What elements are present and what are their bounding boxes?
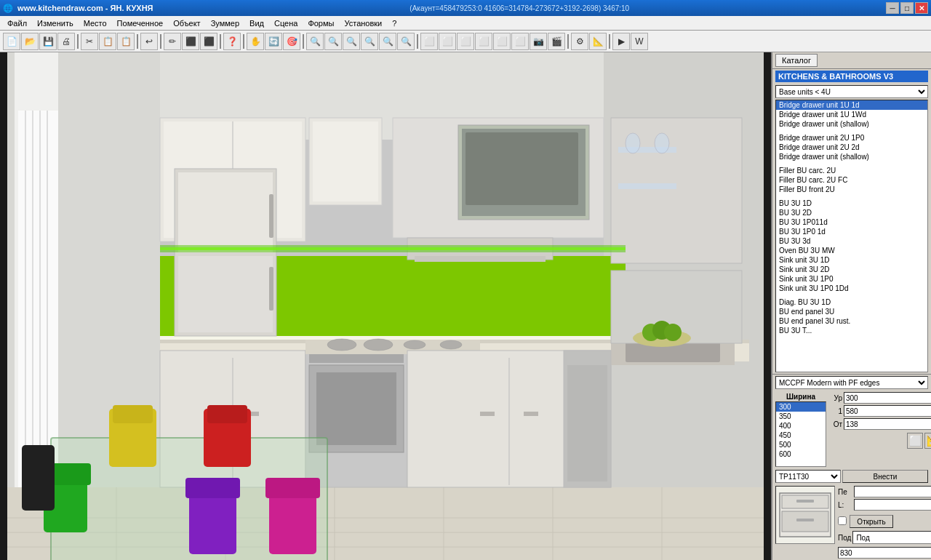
list-item[interactable]: Bridge drawer unit (shallow)	[776, 119, 927, 129]
list-item[interactable]: BU 3U T...	[776, 326, 927, 335]
toolbar-button[interactable]: ▶	[612, 33, 630, 50]
list-item[interactable]: Filler BU carc. 2U	[776, 166, 927, 175]
minimize-button[interactable]: ─	[886, 2, 899, 14]
toolbar-button[interactable]: ❓	[223, 33, 241, 50]
list-item[interactable]: Sink unit 3U 1D	[776, 255, 927, 265]
list-item[interactable]: BU 3U 3d	[776, 236, 927, 246]
toolbar-button[interactable]: ⬜	[420, 33, 438, 50]
list-item[interactable]: Oven BU 3U MW	[776, 246, 927, 255]
open-checkbox[interactable]	[838, 516, 847, 525]
icon-btn-2[interactable]: 📐	[924, 433, 931, 449]
toolbar-button[interactable]: ⬜	[457, 33, 474, 50]
style-select[interactable]: МССРF Modern with PF edges	[775, 376, 928, 389]
list-item[interactable]: Filler BU front 2U	[776, 185, 927, 194]
list-item[interactable]: BU 3U 1P011d	[776, 217, 927, 227]
list-item[interactable]: BU 3U 2D	[776, 208, 927, 217]
toolbar-button[interactable]: 📋	[117, 33, 135, 50]
toolbar-button[interactable]: ⬜	[511, 33, 529, 50]
list-item[interactable]: Bridge drawer unit 1U 1Wd	[776, 110, 927, 119]
catalog-tab[interactable]: Каталог	[775, 54, 818, 67]
menu-item-файл[interactable]: Файл	[3, 17, 31, 29]
model-select[interactable]: TP11T30	[775, 470, 841, 483]
i-input[interactable]	[844, 405, 931, 417]
list-item[interactable]: Bridge drawer unit 1U 1d	[776, 100, 927, 110]
menu-item-место[interactable]: Место	[79, 17, 111, 29]
toolbar-button[interactable]: 📂	[21, 33, 39, 50]
width-item[interactable]: 400	[776, 421, 826, 431]
toolbar-button[interactable]: ⬜	[475, 33, 492, 50]
yr-label: Ур	[828, 394, 842, 402]
toolbar-button[interactable]: ⚙	[571, 33, 588, 50]
list-item[interactable]: Sink unit 3U 1P0	[776, 274, 927, 284]
list-item[interactable]: BU 3U 1P0 1d	[776, 227, 927, 236]
close-button[interactable]: ✕	[915, 2, 928, 14]
menu-item-установки[interactable]: Установки	[340, 17, 386, 29]
toolbar-button[interactable]: 🔄	[265, 33, 282, 50]
toolbar-button[interactable]: 📐	[589, 33, 607, 50]
toolbar-button[interactable]: ⬛	[182, 33, 199, 50]
toolbar-button[interactable]: 🎬	[548, 33, 565, 50]
toolbar-button[interactable]: ↩	[140, 33, 158, 50]
width-item[interactable]: 300	[776, 402, 826, 412]
menu-item-формы[interactable]: Формы	[303, 17, 338, 29]
list-item[interactable]: Bridge drawer unit 2U 2d	[776, 143, 927, 152]
width-item[interactable]: 350	[776, 412, 826, 421]
menu-item-зуммер[interactable]: Зуммер	[207, 17, 244, 29]
toolbar-button[interactable]: 🎯	[283, 33, 300, 50]
toolbar-button[interactable]: W	[631, 33, 648, 50]
toolbar-button[interactable]: ✂	[81, 33, 98, 50]
toolbar-button[interactable]: 🔍	[306, 33, 324, 50]
bottom-val-input[interactable]	[838, 547, 931, 559]
kitchen-scene	[0, 52, 771, 560]
list-item[interactable]: Bridge drawer unit (shallow)	[776, 152, 927, 161]
toolbar-button[interactable]: 💾	[39, 33, 57, 50]
svg-rect-77	[113, 405, 153, 423]
maximize-button[interactable]: □	[900, 2, 914, 14]
width-item[interactable]: 450	[776, 431, 826, 440]
p-input[interactable]	[854, 486, 931, 497]
list-item[interactable]: Bridge drawer unit 2U 1P0	[776, 133, 927, 143]
toolbar-button[interactable]: ✋	[247, 33, 264, 50]
width-item[interactable]: 500	[776, 440, 826, 449]
toolbar-button[interactable]: 📄	[3, 33, 20, 50]
menu-item-вид[interactable]: Вид	[245, 17, 268, 29]
list-item[interactable]: Diag. BU 3U 1D	[776, 297, 927, 307]
toolbar-button[interactable]: 📋	[99, 33, 116, 50]
insert-button[interactable]: Внести	[842, 470, 928, 483]
list-item[interactable]: BU 3U 1D	[776, 199, 927, 208]
l-input[interactable]	[854, 499, 931, 511]
list-item[interactable]: BU end panel 3U rust.	[776, 316, 927, 326]
filter-select[interactable]: Base units < 4U	[775, 85, 928, 98]
toolbar-button[interactable]: ⬜	[439, 33, 456, 50]
ot-input[interactable]	[844, 418, 931, 430]
list-item[interactable]: Sink unit 3U 2D	[776, 265, 927, 274]
menu-item-сцена[interactable]: Сцена	[270, 17, 302, 29]
menu-item-изменить[interactable]: Изменить	[33, 17, 78, 29]
pod-select[interactable]: Под	[852, 531, 931, 544]
menu-item-?[interactable]: ?	[388, 17, 401, 29]
list-item[interactable]: BU end panel 3U	[776, 307, 927, 316]
item-list[interactable]: Bridge drawer unit 1U 1dBridge drawer un…	[775, 100, 928, 372]
toolbar-button[interactable]: 🔍	[343, 33, 360, 50]
list-item[interactable]: Filler BU carc. 2U FC	[776, 175, 927, 185]
width-item[interactable]: 600	[776, 449, 826, 459]
toolbar-button[interactable]: ⬛	[200, 33, 217, 50]
toolbar-button[interactable]: 🔍	[397, 33, 415, 50]
list-item[interactable]: Sink unit 3U 1P0 1Dd	[776, 284, 927, 293]
toolbar-button[interactable]: ✏	[164, 33, 181, 50]
open-button[interactable]: Открыть	[850, 515, 893, 528]
toolbar-button[interactable]: 🔍	[361, 33, 378, 50]
toolbar-button[interactable]: 🔍	[324, 33, 342, 50]
toolbar-button[interactable]: 📷	[530, 33, 547, 50]
svg-rect-40	[415, 256, 546, 262]
yr-input[interactable]	[844, 392, 931, 404]
menu-item-объект[interactable]: Объект	[169, 17, 204, 29]
icon-btn-1[interactable]: ⬜	[907, 433, 923, 449]
menu-item-помеченное[interactable]: Помеченное	[113, 17, 168, 29]
toolbar-button[interactable]: 🔍	[379, 33, 396, 50]
svg-rect-88	[160, 247, 626, 250]
toolbar-button[interactable]: 🖨	[57, 33, 75, 50]
toolbar-button[interactable]: ⬜	[493, 33, 511, 50]
width-list[interactable]: 300350400450500600	[775, 401, 826, 467]
3d-viewport[interactable]	[0, 52, 771, 560]
